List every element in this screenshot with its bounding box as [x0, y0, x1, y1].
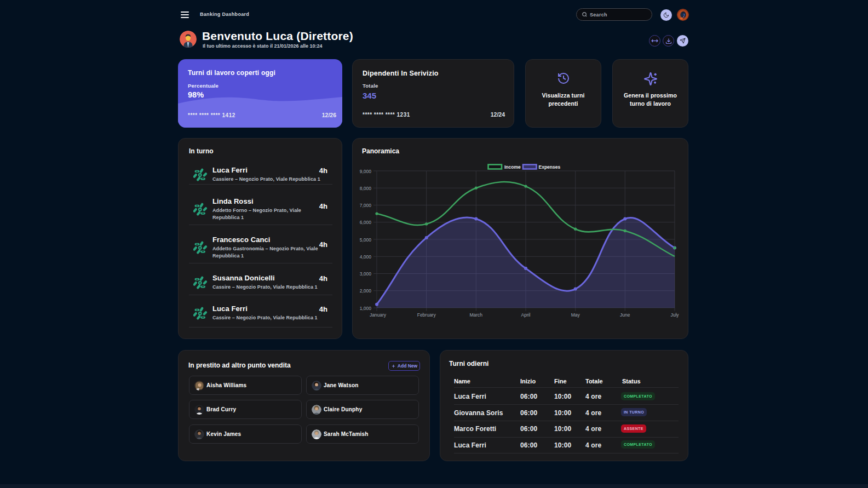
svg-text:July: July: [670, 312, 679, 318]
svg-text:4,000: 4,000: [360, 254, 372, 260]
svg-text:March: March: [469, 312, 482, 318]
svg-text:1,000: 1,000: [360, 306, 372, 311]
svg-text:7,000: 7,000: [360, 203, 372, 208]
svg-text:Income: Income: [504, 164, 521, 170]
svg-text:6,000: 6,000: [360, 220, 372, 225]
svg-text:April: April: [521, 312, 530, 318]
svg-text:Expenses: Expenses: [539, 164, 561, 170]
svg-text:9,000: 9,000: [360, 169, 372, 174]
svg-text:February: February: [417, 312, 436, 318]
svg-text:May: May: [571, 312, 580, 318]
svg-text:5,000: 5,000: [360, 237, 372, 243]
svg-text:3,000: 3,000: [360, 271, 372, 277]
svg-text:8,000: 8,000: [360, 186, 372, 191]
svg-text:2,000: 2,000: [360, 288, 372, 294]
svg-text:June: June: [620, 312, 630, 318]
svg-text:January: January: [370, 312, 387, 318]
